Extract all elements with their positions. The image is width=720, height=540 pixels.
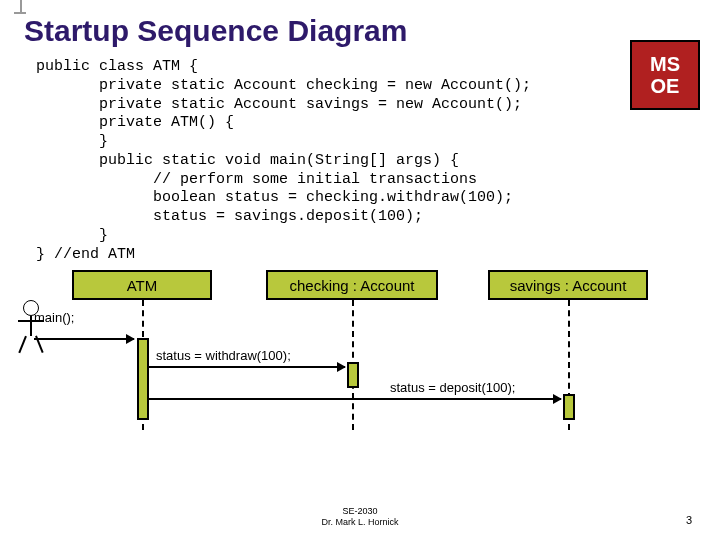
actor-stickfigure [14, 300, 48, 356]
object-checking-header: checking : Account [266, 270, 438, 300]
object-checking-label: checking : Account [289, 277, 414, 294]
message-withdraw-label: status = withdraw(100); [156, 348, 291, 363]
object-savings-header: savings : Account [488, 270, 648, 300]
message-deposit-arrow [149, 398, 561, 400]
object-atm-header: ATM [72, 270, 212, 300]
message-main-label: main(); [34, 310, 74, 325]
msoe-logo: MSOE [630, 40, 700, 110]
object-atm-label: ATM [127, 277, 158, 294]
message-withdraw-arrow [149, 366, 345, 368]
footer-author: Dr. Mark L. Hornick [0, 517, 720, 528]
code-block: public class ATM { private static Accoun… [0, 54, 720, 264]
activation-savings [563, 394, 575, 420]
activation-atm [137, 338, 149, 420]
message-deposit-label: status = deposit(100); [390, 380, 515, 395]
logo-text: MSOE [650, 53, 680, 97]
footer-course: SE-2030 [0, 506, 720, 517]
page-number: 3 [686, 514, 692, 526]
slide-footer: SE-2030 Dr. Mark L. Hornick [0, 506, 720, 528]
sequence-diagram: ATM checking : Account savings : Account… [0, 270, 720, 450]
slide-title: Startup Sequence Diagram [0, 0, 720, 54]
message-main-arrow [34, 338, 134, 340]
object-savings-label: savings : Account [510, 277, 627, 294]
activation-checking [347, 362, 359, 388]
